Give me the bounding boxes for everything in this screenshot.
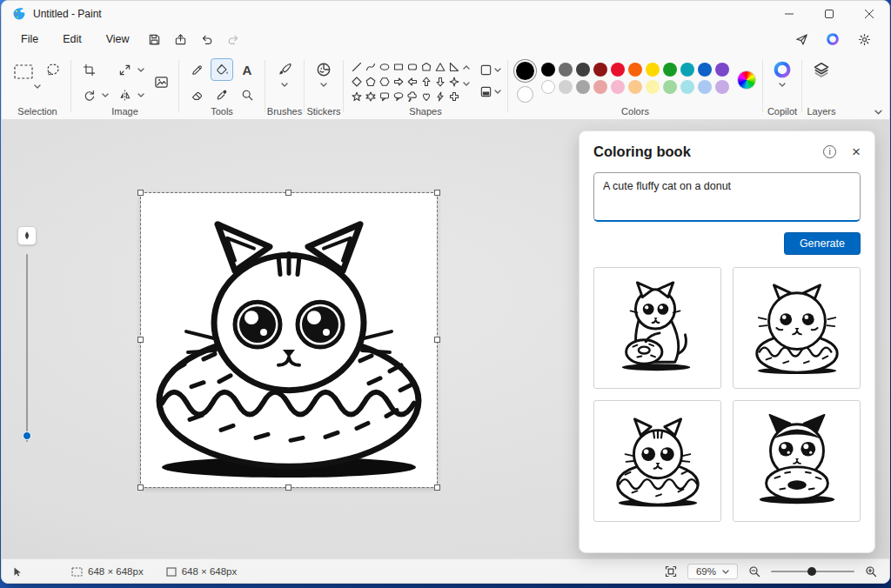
- palette-color-fbc98c[interactable]: [628, 80, 642, 94]
- shape-star-six-icon[interactable]: [364, 90, 377, 104]
- shape-callout-cloud-icon[interactable]: [405, 90, 419, 104]
- image-properties-tool[interactable]: [150, 71, 172, 94]
- generated-thumbnail-3[interactable]: [593, 400, 721, 522]
- menu-edit[interactable]: Edit: [50, 30, 94, 49]
- palette-color-3f3f3f[interactable]: [576, 63, 590, 77]
- resize-tool[interactable]: [113, 58, 136, 81]
- palette-color-f7630c[interactable]: [628, 63, 642, 77]
- copilot-menubar-button[interactable]: [820, 29, 846, 50]
- shape-lightning-icon[interactable]: [433, 90, 446, 104]
- color-picker-tool[interactable]: [211, 84, 233, 106]
- tool-size-slider-knob[interactable]: [23, 431, 31, 440]
- edit-colors-wheel[interactable]: [737, 70, 756, 90]
- shape-curve-icon[interactable]: [364, 60, 377, 74]
- zoom-level-select[interactable]: 69%: [687, 564, 738, 579]
- fit-to-screen-icon[interactable]: [665, 565, 677, 578]
- selection-handle-w[interactable]: [137, 337, 144, 343]
- shape-heart-icon[interactable]: [419, 90, 432, 104]
- generate-button[interactable]: Generate: [784, 232, 861, 255]
- shape-arrow-down-icon[interactable]: [433, 75, 446, 89]
- stickers-tool[interactable]: [311, 57, 337, 83]
- palette-color-a9c8f2[interactable]: [698, 80, 712, 94]
- shape-rounded-rectangle-icon[interactable]: [405, 60, 419, 74]
- crop-tool[interactable]: [77, 58, 100, 81]
- shape-star-four-icon[interactable]: [447, 75, 460, 89]
- brushes-dropdown-chevron[interactable]: [281, 83, 288, 87]
- palette-color-ffffff[interactable]: [541, 80, 555, 94]
- redo-button[interactable]: [220, 29, 246, 50]
- shape-arrow-left-icon[interactable]: [405, 75, 419, 89]
- close-button[interactable]: [849, 1, 889, 27]
- rotate-tool[interactable]: [77, 84, 100, 106]
- shape-star-five-icon[interactable]: [350, 90, 363, 104]
- palette-color-6d6d6d[interactable]: [559, 63, 573, 77]
- palette-color-fdf3a9[interactable]: [646, 80, 660, 94]
- palette-color-9fd99f[interactable]: [663, 80, 677, 94]
- shapes-scroll-up[interactable]: [463, 65, 470, 70]
- shape-hexagon-icon[interactable]: [378, 75, 391, 89]
- generated-thumbnail-1[interactable]: [593, 267, 721, 389]
- zoom-slider-track[interactable]: [771, 571, 854, 572]
- shape-fill-dropdown[interactable]: [479, 85, 501, 98]
- prompt-input[interactable]: A cute fluffy cat on a donut: [593, 172, 861, 222]
- palette-color-7b48c9[interactable]: [715, 63, 729, 77]
- settings-button[interactable]: [851, 29, 877, 50]
- zoom-slider-knob[interactable]: [807, 567, 816, 576]
- selection-handle-s[interactable]: [285, 484, 291, 491]
- tool-size-button[interactable]: [17, 226, 37, 245]
- palette-color-8f1616[interactable]: [593, 63, 607, 77]
- palette-color-159c27[interactable]: [663, 63, 677, 77]
- selection-handle-se[interactable]: [434, 484, 440, 491]
- menu-file[interactable]: File: [9, 30, 50, 49]
- shape-oval-icon[interactable]: [378, 60, 391, 74]
- shape-triangle-icon[interactable]: [433, 60, 446, 74]
- shapes-scroll-down[interactable]: [463, 82, 470, 86]
- palette-color-e8112d[interactable]: [611, 63, 625, 77]
- palette-color-a5a5a5[interactable]: [576, 80, 590, 94]
- flip-dropdown-chevron[interactable]: [137, 93, 144, 97]
- copilot-dropdown-chevron[interactable]: [779, 83, 786, 87]
- palette-color-a3e2ea[interactable]: [680, 80, 694, 94]
- stickers-dropdown-chevron[interactable]: [320, 83, 327, 87]
- palette-color-ffd800[interactable]: [646, 63, 660, 77]
- brushes-tool[interactable]: [271, 57, 298, 83]
- shape-callout-rounded-icon[interactable]: [378, 90, 391, 104]
- generated-thumbnail-2[interactable]: [733, 267, 861, 389]
- pencil-tool[interactable]: [185, 58, 208, 81]
- undo-button[interactable]: [194, 29, 220, 50]
- shape-pentagon-icon[interactable]: [364, 75, 377, 89]
- palette-color-f5b8d0[interactable]: [611, 80, 625, 94]
- text-tool[interactable]: A: [236, 58, 258, 81]
- shape-arrow-up-icon[interactable]: [419, 75, 432, 89]
- selection-handle-e[interactable]: [434, 337, 440, 343]
- panel-close-icon[interactable]: ×: [852, 144, 861, 159]
- selection-handle-sw[interactable]: [137, 484, 144, 491]
- layers-button[interactable]: [808, 57, 834, 83]
- shape-right-triangle-icon[interactable]: [447, 60, 460, 74]
- foreground-color-swatch[interactable]: [516, 62, 534, 80]
- palette-color-c6abe6[interactable]: [715, 80, 729, 94]
- flip-tool[interactable]: [113, 84, 136, 106]
- palette-color-0f62c6[interactable]: [698, 63, 712, 77]
- drawing-canvas[interactable]: [141, 193, 437, 487]
- magnifier-tool[interactable]: [236, 84, 258, 106]
- maximize-button[interactable]: [809, 1, 849, 27]
- generated-thumbnail-4[interactable]: [733, 400, 861, 522]
- zoom-out-icon[interactable]: [748, 565, 760, 578]
- rotate-dropdown-chevron[interactable]: [102, 93, 109, 97]
- copilot-ribbon-button[interactable]: [769, 57, 795, 83]
- free-select-tool[interactable]: [42, 58, 64, 81]
- save-button[interactable]: [142, 29, 168, 50]
- share-button[interactable]: [788, 29, 814, 50]
- selection-handle-ne[interactable]: [434, 190, 440, 196]
- palette-color-0aa3b4[interactable]: [680, 63, 694, 77]
- shape-outline-dropdown[interactable]: [479, 63, 501, 77]
- background-color-swatch[interactable]: [517, 86, 533, 103]
- selection-dropdown-chevron[interactable]: [34, 84, 41, 89]
- selection-handle-nw[interactable]: [137, 190, 144, 196]
- resize-dropdown-chevron[interactable]: [137, 68, 144, 72]
- fill-tool[interactable]: [211, 58, 233, 81]
- shape-arrow-right-icon[interactable]: [392, 75, 405, 89]
- palette-color-000000[interactable]: [541, 63, 555, 77]
- eraser-tool[interactable]: [185, 84, 208, 106]
